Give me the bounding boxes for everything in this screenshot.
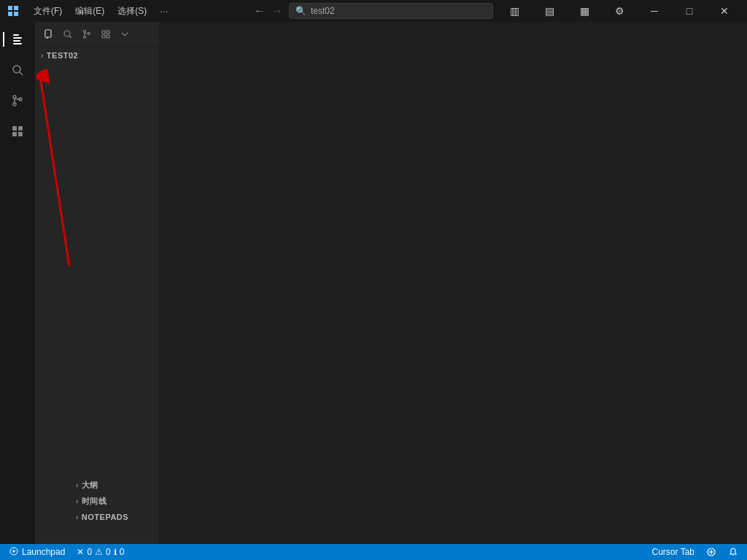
svg-rect-17 bbox=[18, 132, 23, 136]
activitybar-search[interactable] bbox=[3, 55, 32, 85]
errors-icon: ✕ bbox=[77, 547, 84, 557]
svg-line-22 bbox=[69, 36, 71, 38]
svg-rect-15 bbox=[18, 126, 23, 131]
info-icon: ℹ bbox=[114, 548, 117, 557]
svg-point-11 bbox=[13, 103, 16, 106]
warnings-icon: ⚠ bbox=[95, 547, 103, 557]
timeline-chevron-icon: › bbox=[76, 497, 79, 505]
menu-more[interactable]: ··· bbox=[154, 4, 174, 18]
layout1-button[interactable]: ▥ bbox=[498, 0, 531, 22]
titlebar-menu: 文件(F) 编辑(E) 选择(S) ··· bbox=[28, 4, 174, 19]
errors-count: 0 bbox=[87, 547, 92, 557]
notepads-chevron-icon: › bbox=[76, 513, 79, 521]
maximize-button[interactable]: □ bbox=[673, 0, 706, 22]
errors-status[interactable]: ✕ 0 ⚠ 0 ℹ 0 bbox=[74, 544, 127, 560]
statusbar-left: Launchpad ✕ 0 ⚠ 0 ℹ 0 bbox=[6, 544, 127, 560]
source-control-icon[interactable] bbox=[79, 26, 95, 42]
svg-rect-4 bbox=[13, 34, 19, 36]
minimize-button[interactable]: ─ bbox=[638, 0, 671, 22]
svg-rect-28 bbox=[107, 31, 109, 34]
menu-select[interactable]: 选择(S) bbox=[112, 4, 152, 19]
svg-rect-29 bbox=[102, 35, 105, 38]
activitybar-git[interactable] bbox=[3, 86, 32, 115]
app-logo bbox=[6, 4, 20, 18]
launchpad-status[interactable]: Launchpad bbox=[6, 544, 68, 560]
titlebar-right: ▥ ▤ ▦ ⚙ ─ □ ✕ bbox=[498, 0, 741, 22]
search-bar-text: test02 bbox=[311, 6, 335, 16]
menu-edit[interactable]: 编辑(E) bbox=[69, 4, 110, 19]
titlebar-left: 文件(F) 编辑(E) 选择(S) ··· bbox=[6, 4, 174, 19]
svg-rect-0 bbox=[8, 6, 12, 10]
sidebar-toolbar bbox=[35, 22, 159, 47]
grid-icon[interactable] bbox=[98, 26, 114, 42]
svg-rect-1 bbox=[14, 6, 18, 10]
global-search-bar[interactable]: 🔍 test02 bbox=[289, 3, 493, 19]
outline-chevron-icon: › bbox=[76, 481, 79, 489]
svg-rect-14 bbox=[12, 126, 17, 131]
editor-area bbox=[159, 22, 747, 544]
svg-line-9 bbox=[20, 72, 23, 75]
chevron-down-icon[interactable] bbox=[117, 26, 133, 42]
close-button[interactable]: ✕ bbox=[708, 0, 741, 22]
explorer-root-item[interactable]: › TEST02 bbox=[35, 47, 159, 63]
notepads-label: NOTEPADS bbox=[82, 513, 128, 521]
svg-point-8 bbox=[13, 66, 20, 73]
search-sidebar-icon[interactable] bbox=[60, 26, 76, 42]
svg-rect-30 bbox=[107, 35, 109, 38]
warnings-count: 0 bbox=[106, 547, 111, 557]
launchpad-icon bbox=[9, 546, 19, 559]
activitybar-explorer[interactable] bbox=[3, 25, 32, 54]
layout3-button[interactable]: ▦ bbox=[568, 0, 601, 22]
titlebar-center: ← → 🔍 test02 bbox=[254, 3, 493, 19]
statusbar-right: Cursor Tab bbox=[649, 544, 741, 560]
settings-button[interactable]: ⚙ bbox=[603, 0, 636, 22]
svg-rect-5 bbox=[13, 37, 22, 39]
svg-rect-6 bbox=[13, 40, 20, 42]
explorer-root-label: TEST02 bbox=[47, 51, 78, 60]
new-file-icon[interactable] bbox=[41, 26, 57, 42]
timeline-label: 时间线 bbox=[82, 496, 107, 507]
bell-icon-button[interactable] bbox=[725, 544, 741, 560]
svg-point-23 bbox=[84, 31, 86, 33]
menu-file[interactable]: 文件(F) bbox=[28, 4, 68, 19]
titlebar: 文件(F) 编辑(E) 选择(S) ··· ← → 🔍 test02 ▥ ▤ ▦… bbox=[0, 0, 747, 22]
sidebar-explorer: › TEST02 bbox=[35, 47, 159, 544]
cursor-tab-status[interactable]: Cursor Tab bbox=[649, 544, 697, 560]
activitybar bbox=[0, 22, 35, 544]
nav-forward-button[interactable]: → bbox=[271, 4, 283, 18]
svg-point-21 bbox=[64, 31, 70, 36]
nav-back-button[interactable]: ← bbox=[254, 4, 266, 18]
launchpad-label: Launchpad bbox=[22, 547, 65, 557]
svg-rect-2 bbox=[8, 12, 12, 16]
svg-point-24 bbox=[84, 36, 86, 39]
svg-rect-18 bbox=[45, 30, 51, 37]
info-count: 0 bbox=[120, 547, 125, 557]
chevron-icon: › bbox=[41, 52, 44, 60]
outline-label: 大纲 bbox=[82, 480, 98, 491]
cursor-tab-label: Cursor Tab bbox=[652, 547, 694, 557]
svg-rect-16 bbox=[12, 132, 17, 136]
svg-point-10 bbox=[13, 96, 16, 98]
statusbar: Launchpad ✕ 0 ⚠ 0 ℹ 0 Cursor Tab bbox=[0, 544, 747, 560]
sidebar: › TEST02 › 大纲 › 时间线 › NOTEPADS bbox=[35, 22, 159, 544]
svg-rect-7 bbox=[13, 43, 22, 44]
svg-rect-3 bbox=[14, 12, 18, 16]
cursor-icon-button[interactable] bbox=[703, 544, 719, 560]
activitybar-extensions[interactable] bbox=[3, 117, 32, 146]
layout2-button[interactable]: ▤ bbox=[533, 0, 566, 22]
svg-rect-27 bbox=[102, 31, 105, 34]
